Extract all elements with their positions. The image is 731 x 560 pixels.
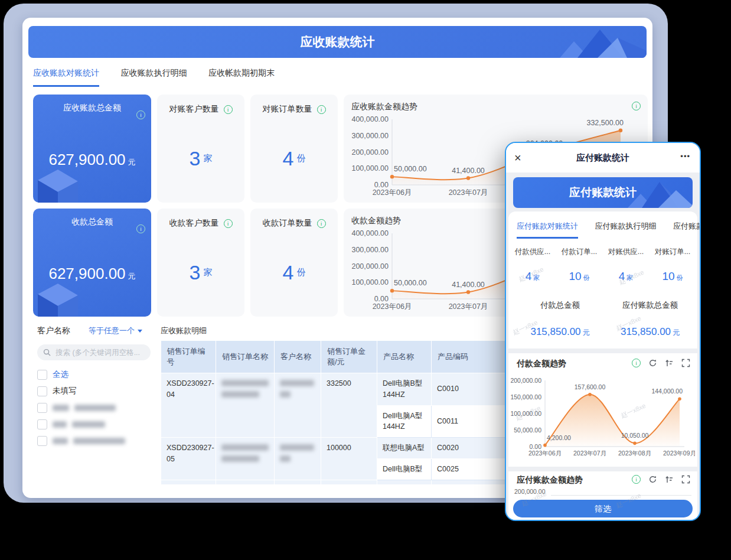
checkbox-icon[interactable] xyxy=(37,436,47,446)
svg-text:200,000.00: 200,000.00 xyxy=(351,262,389,271)
info-icon[interactable]: i xyxy=(632,359,641,367)
card-title: 对账客户数量 xyxy=(169,104,219,115)
svg-text:2023年06月: 2023年06月 xyxy=(528,450,562,457)
section-title: 付款金额趋势 xyxy=(517,359,566,369)
tab-payable-execution-detail[interactable]: 应付账款执行明细 xyxy=(595,217,656,239)
receivable-total-card: 应收账款总金额 i 627,900.00元 xyxy=(33,95,151,203)
sort-icon[interactable] xyxy=(665,475,674,484)
customer-option-list: 全选 未填写 xyxy=(37,366,161,449)
chart-toolbar: i xyxy=(632,475,690,484)
svg-text:300,000.00: 300,000.00 xyxy=(351,132,389,140)
sort-icon[interactable] xyxy=(665,359,674,367)
payable-modal: × 应付账款统计 ••• 应付账款统计 应付账款对账统计 应付账款执行明细 应付… xyxy=(505,142,701,521)
blurred-text xyxy=(74,405,116,411)
svg-text:50,000.00: 50,000.00 xyxy=(394,279,427,287)
svg-text:50,000.00: 50,000.00 xyxy=(394,165,427,173)
cell-order-name-blurred xyxy=(216,438,275,480)
card-value: 3家 xyxy=(190,115,213,203)
filter-field-label: 客户名称 xyxy=(37,325,70,336)
cell-order-no: XSDD230927-05 xyxy=(161,438,216,480)
blurred-text xyxy=(53,438,68,444)
svg-text:2023年06月: 2023年06月 xyxy=(373,188,412,197)
col-product-name: 产品名称 xyxy=(377,341,432,373)
option-unfilled[interactable]: 未填写 xyxy=(37,383,161,399)
modal-stats-section: 应付账款对账统计 应付账款执行明细 应付账款期初期末 付款供应... 4家 付款… xyxy=(508,211,697,349)
payment-trend-chart: 200,000.00150,000.00100,000.0050,000.000… xyxy=(511,371,695,461)
card-value: 4份 xyxy=(283,115,306,203)
modal-banner-title: 应付账款统计 xyxy=(513,177,693,208)
modal-banner: 应付账款统计 xyxy=(513,177,693,208)
svg-text:2023年07月: 2023年07月 xyxy=(573,450,606,457)
expand-icon[interactable] xyxy=(681,475,690,484)
option-blurred[interactable] xyxy=(37,416,161,432)
checkbox-icon[interactable] xyxy=(37,403,47,413)
checkbox-icon[interactable] xyxy=(37,419,47,429)
cell-amount: 100000 xyxy=(321,438,377,480)
card-value: 627,900.00元 xyxy=(33,151,151,169)
svg-text:200,000.00: 200,000.00 xyxy=(351,148,389,157)
tab-payable-reconcile-stats[interactable]: 应付账款对账统计 xyxy=(517,217,578,239)
svg-text:100,000.00: 100,000.00 xyxy=(351,164,389,172)
stat-payable-total: 应付账款总金额 315,850.00元 xyxy=(609,300,691,338)
col-amount: 销售订单金额/元 xyxy=(321,341,377,373)
info-icon[interactable]: i xyxy=(224,105,233,114)
plot-top-edge xyxy=(551,495,691,496)
collection-customer-count-card: 收款客户数量 i 3家 xyxy=(157,209,244,317)
chart-title: 收款金额趋势 xyxy=(351,216,401,226)
svg-text:150,000.00: 150,000.00 xyxy=(511,393,541,401)
filter-operator-dropdown[interactable]: 等于任意一个 xyxy=(89,325,142,336)
refresh-icon[interactable] xyxy=(648,359,657,367)
refresh-icon[interactable] xyxy=(648,475,657,484)
info-icon[interactable]: i xyxy=(632,102,641,110)
info-icon[interactable]: i xyxy=(136,224,145,233)
svg-text:41,400.00: 41,400.00 xyxy=(452,167,485,175)
card-title: 对账订单数量 xyxy=(263,104,312,115)
svg-text:144,000.00: 144,000.00 xyxy=(651,388,683,395)
modal-payment-trend-section: 付款金额趋势 i 200,000.00150,000.001 xyxy=(508,353,697,467)
expand-icon[interactable] xyxy=(681,359,690,367)
svg-text:4,200.00: 4,200.00 xyxy=(547,434,571,441)
search-input[interactable] xyxy=(54,348,145,357)
cell-product-name: 联想电脑A型 xyxy=(377,438,432,459)
page-title: 应收账款统计 xyxy=(28,26,647,58)
svg-text:100,000.00: 100,000.00 xyxy=(351,278,389,286)
stat-reconcile-supplier: 对账供应... 4家 xyxy=(603,247,649,283)
cell-product-name: Dell电脑B型 xyxy=(377,458,432,480)
info-icon[interactable]: i xyxy=(136,110,145,119)
option-blurred[interactable] xyxy=(37,399,161,416)
svg-text:0.00: 0.00 xyxy=(374,295,389,303)
main-banner: 应收账款统计 xyxy=(28,26,647,58)
tab-receivable-period-balance[interactable]: 应收帐款期初期末 xyxy=(208,68,275,87)
card-title: 应收账款总金额 i xyxy=(33,103,151,113)
tab-receivable-reconcile-stats[interactable]: 应收账款对账统计 xyxy=(33,68,99,87)
more-options-icon[interactable]: ••• xyxy=(680,143,690,170)
svg-text:41,400.00: 41,400.00 xyxy=(452,281,485,289)
col-customer: 客户名称 xyxy=(275,341,321,373)
info-icon[interactable]: i xyxy=(224,219,233,228)
chart-title: 应收账款金额趋势 xyxy=(351,102,417,112)
info-icon[interactable]: i xyxy=(632,475,641,484)
checkbox-icon[interactable] xyxy=(37,370,47,380)
filter-button[interactable]: 筛选 xyxy=(513,500,693,517)
close-icon[interactable]: × xyxy=(514,143,521,172)
modal-tabs: 应付账款对账统计 应付账款执行明细 应付账款期初期末 xyxy=(517,217,701,239)
svg-text:2023年06月: 2023年06月 xyxy=(373,302,412,311)
chevron-down-icon xyxy=(138,330,142,333)
option-blurred[interactable] xyxy=(37,432,161,449)
card-title: 收款客户数量 xyxy=(169,218,219,229)
col-order-name: 销售订单名称 xyxy=(216,341,275,373)
col-order-no: 销售订单编号 xyxy=(161,341,216,373)
svg-text:0.00: 0.00 xyxy=(374,181,389,189)
svg-text:100,000.00: 100,000.00 xyxy=(511,410,541,417)
svg-text:400,000.00: 400,000.00 xyxy=(351,229,389,237)
tab-payable-period-balance[interactable]: 应付账款期初期末 xyxy=(673,217,701,239)
customer-search[interactable] xyxy=(37,344,151,360)
option-select-all[interactable]: 全选 xyxy=(37,366,161,383)
modal-titlebar: × 应付账款统计 ••• xyxy=(506,143,700,172)
checkbox-icon[interactable] xyxy=(37,386,47,396)
svg-text:157,600.00: 157,600.00 xyxy=(575,383,606,390)
info-icon[interactable]: i xyxy=(317,219,326,228)
collection-total-card: 收款总金额 i 627,900.00元 xyxy=(33,209,151,317)
tab-receivable-execution-detail[interactable]: 应收账款执行明细 xyxy=(120,68,187,87)
info-icon[interactable]: i xyxy=(317,105,326,114)
